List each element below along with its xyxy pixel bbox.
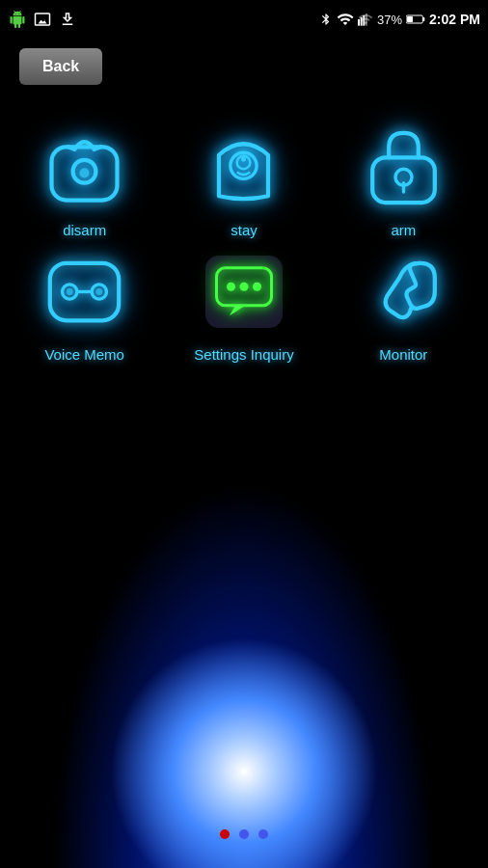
pagination-dots bbox=[220, 829, 268, 839]
bluetooth-icon bbox=[319, 11, 333, 28]
disarm-label: disarm bbox=[63, 222, 106, 238]
svg-rect-1 bbox=[361, 17, 363, 26]
svg-point-26 bbox=[239, 282, 248, 290]
settings-inquiry-icon bbox=[215, 265, 273, 318]
battery-icon bbox=[406, 14, 425, 25]
svg-rect-0 bbox=[358, 19, 360, 26]
settings-inquiry-item[interactable]: Settings Inquiry bbox=[169, 248, 318, 363]
svg-rect-6 bbox=[407, 16, 413, 22]
status-bar-right: 37% 2:02 PM bbox=[319, 11, 480, 28]
download-icon bbox=[58, 10, 77, 29]
disarm-icon bbox=[43, 126, 125, 208]
svg-point-14 bbox=[241, 156, 246, 161]
svg-point-22 bbox=[67, 288, 73, 295]
svg-line-10 bbox=[95, 147, 101, 149]
svg-rect-5 bbox=[422, 17, 424, 21]
monitor-icon-container bbox=[360, 248, 447, 335]
arm-icon-container bbox=[360, 123, 447, 210]
svg-point-23 bbox=[96, 288, 103, 295]
app-grid: disarm stay arm bbox=[0, 104, 488, 382]
dot-1[interactable] bbox=[220, 829, 230, 839]
status-bar: 37% 2:02 PM bbox=[0, 0, 488, 39]
arm-icon bbox=[363, 126, 445, 208]
time-display: 2:02 PM bbox=[429, 12, 480, 27]
wifi-icon bbox=[337, 11, 354, 28]
stay-icon-container bbox=[201, 123, 287, 210]
arm-label: arm bbox=[391, 222, 416, 238]
status-bar-left bbox=[8, 10, 77, 29]
battery-text: 37% bbox=[377, 13, 402, 27]
svg-rect-3 bbox=[366, 14, 367, 26]
voice-memo-icon-container bbox=[41, 248, 128, 335]
disarm-icon-container bbox=[41, 123, 128, 210]
svg-rect-2 bbox=[363, 15, 365, 26]
svg-point-27 bbox=[253, 282, 261, 290]
stay-item[interactable]: stay bbox=[169, 123, 318, 238]
android-icon bbox=[8, 10, 27, 29]
settings-inquiry-icon-bg bbox=[205, 256, 283, 328]
stay-icon bbox=[203, 126, 285, 208]
dot-3[interactable] bbox=[258, 829, 268, 839]
svg-line-9 bbox=[68, 147, 75, 149]
arm-item[interactable]: arm bbox=[329, 123, 478, 238]
stay-label: stay bbox=[230, 222, 258, 238]
image-icon bbox=[33, 10, 52, 29]
back-button[interactable]: Back bbox=[19, 48, 102, 85]
monitor-icon bbox=[363, 251, 445, 333]
voice-memo-label: Voice Memo bbox=[44, 346, 124, 363]
voice-memo-icon bbox=[43, 251, 125, 333]
svg-rect-15 bbox=[372, 157, 435, 203]
settings-inquiry-label: Settings Inquiry bbox=[194, 346, 293, 363]
monitor-label: Monitor bbox=[379, 346, 427, 363]
voice-memo-item[interactable]: Voice Memo bbox=[10, 248, 159, 363]
svg-point-25 bbox=[227, 282, 235, 290]
svg-point-11 bbox=[80, 168, 90, 177]
disarm-item[interactable]: disarm bbox=[10, 123, 159, 238]
monitor-item[interactable]: Monitor bbox=[329, 248, 478, 363]
signal-icon bbox=[358, 11, 373, 28]
dot-2[interactable] bbox=[239, 829, 249, 839]
settings-inquiry-icon-container bbox=[201, 248, 287, 335]
